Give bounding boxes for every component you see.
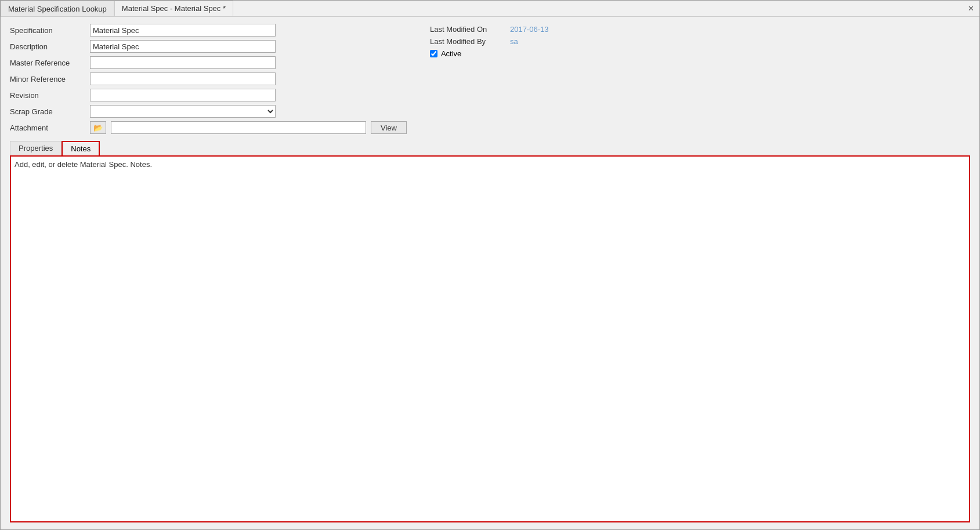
active-label: Active — [441, 49, 461, 58]
folder-icon: 📂 — [93, 124, 103, 132]
minor-reference-input[interactable] — [90, 72, 276, 85]
scrap-grade-row: Scrap Grade — [10, 105, 407, 118]
description-input[interactable] — [90, 40, 276, 53]
tabs-section: Properties Notes Add, edit, or delete Ma… — [10, 141, 970, 522]
description-label: Description — [10, 42, 85, 51]
last-modified-on-label: Last Modified On — [430, 25, 505, 34]
master-reference-label: Master Reference — [10, 59, 85, 67]
attachment-label: Attachment — [10, 124, 85, 132]
active-checkbox[interactable] — [430, 50, 437, 57]
minor-reference-label: Minor Reference — [10, 75, 85, 84]
tab-notes[interactable]: Notes — [62, 141, 100, 155]
minor-reference-row: Minor Reference — [10, 72, 407, 85]
main-window: Material Specification Lookup Material S… — [0, 0, 980, 530]
tab-properties[interactable]: Properties — [10, 141, 62, 155]
title-bar: Material Specification Lookup Material S… — [1, 1, 979, 17]
last-modified-by-value: sa — [510, 37, 518, 46]
revision-row: Revision — [10, 89, 407, 101]
last-modified-by-row: Last Modified By sa — [430, 37, 549, 46]
content-area: Specification Description Master Referen… — [1, 17, 979, 529]
last-modified-on-value: 2017-06-13 — [510, 25, 549, 34]
tab-notes-content: Add, edit, or delete Material Spec. Note… — [10, 155, 970, 522]
notes-textarea[interactable]: Add, edit, or delete Material Spec. Note… — [15, 160, 965, 518]
tab-headers: Properties Notes — [10, 141, 970, 155]
last-modified-by-label: Last Modified By — [430, 37, 505, 46]
attachment-row: Attachment 📂 View — [10, 121, 407, 134]
close-button[interactable]: ✕ — [965, 3, 976, 14]
folder-button[interactable]: 📂 — [90, 121, 106, 134]
tab-material-spec-edit[interactable]: Material Spec - Material Spec * — [114, 1, 233, 16]
attachment-input[interactable] — [111, 121, 366, 134]
scrap-grade-label: Scrap Grade — [10, 107, 85, 116]
scrap-grade-select[interactable] — [90, 105, 276, 118]
description-row: Description — [10, 40, 407, 53]
form-left: Specification Description Master Referen… — [10, 24, 407, 134]
form-section: Specification Description Master Referen… — [10, 24, 970, 134]
specification-input[interactable] — [90, 24, 276, 37]
view-button[interactable]: View — [371, 121, 407, 134]
master-reference-input[interactable] — [90, 56, 276, 69]
specification-row: Specification — [10, 24, 407, 37]
master-reference-row: Master Reference — [10, 56, 407, 69]
specification-label: Specification — [10, 26, 85, 35]
form-right: Last Modified On 2017-06-13 Last Modifie… — [430, 24, 549, 134]
revision-label: Revision — [10, 91, 85, 100]
revision-input[interactable] — [90, 89, 276, 101]
last-modified-on-row: Last Modified On 2017-06-13 — [430, 25, 549, 34]
active-row: Active — [430, 49, 549, 58]
tab-material-spec-lookup[interactable]: Material Specification Lookup — [1, 1, 114, 16]
